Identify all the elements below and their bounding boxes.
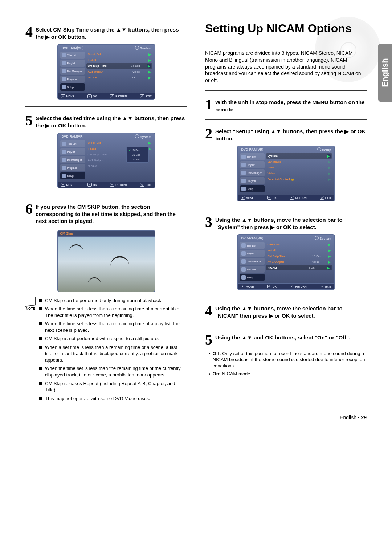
intro-paragraph: NICAM programs are divided into 3 types.… [205, 50, 367, 84]
bullet-icon [39, 397, 42, 400]
step-6: 6 If you press the CM SKIP button, the s… [25, 202, 187, 225]
osd-title-right: System [135, 46, 151, 50]
note-text: When the time set is less than a remaini… [45, 321, 187, 333]
language-tab: English [378, 44, 392, 102]
note-list: CM Skip can be performed only during nor… [39, 297, 187, 404]
step5-options: •Off: Only set at this position to recor… [209, 351, 367, 377]
bullet-icon [39, 346, 42, 349]
osd-menu: Clock Set▶ Install▶ CM Skip Time: 15 Sec… [86, 52, 152, 91]
language-tab-label: English [380, 58, 390, 87]
bullet-icon [39, 307, 42, 310]
gear-icon [135, 46, 139, 50]
bullet-icon [39, 382, 42, 385]
section-title: Setting Up NICAM Options [205, 22, 367, 35]
step-text: If you press the CM SKIP button, the sec… [36, 202, 187, 225]
playback-scene: CM Skip [57, 230, 155, 292]
bullet-icon [39, 337, 42, 340]
bird-icon [69, 244, 83, 251]
step-2: 2 Select "Setup" using ▲▼ buttons, then … [205, 126, 367, 142]
bird-icon [88, 277, 101, 283]
gear-icon [317, 147, 321, 151]
note-icon: NOTE [25, 297, 36, 404]
step-4: 4 Select CM Skip Time using the ▲▼ butto… [25, 25, 187, 40]
bullet-icon [39, 299, 42, 302]
step-5: 5 Select the desired time using the ▲▼ b… [25, 113, 187, 129]
scene-image [57, 236, 155, 292]
bullet-icon [39, 322, 42, 325]
osd-footer: ✦MOVE ⏎OK ↶RETURN ⊙EXIT [58, 93, 155, 99]
note-label: NOTE [26, 307, 35, 310]
step-number: 5 [25, 113, 33, 129]
right-column: Setting Up NICAM Options NICAM programs … [205, 22, 367, 404]
note-text: CM Skip is not performed with respect to… [45, 335, 159, 342]
left-column: 4 Select CM Skip Time using the ▲▼ butto… [25, 22, 187, 404]
bullet-icon [39, 367, 42, 370]
step-5-nicam: 5 Using the ▲▼ and OK buttons, select "O… [205, 333, 367, 347]
osd-screenshot-cmskip: DVD-RAM(VR) System Title List Playlist D… [57, 44, 155, 100]
step-3: 3 Using the ▲▼ buttons, move the selecti… [205, 215, 367, 231]
step-text: Select the desired time using the ▲▼ but… [36, 113, 187, 129]
step-number: 6 [25, 202, 33, 225]
gear-icon [135, 134, 139, 138]
osd-title-left: DVD-RAM(VR) [62, 46, 84, 50]
page-number: English - 29 [25, 415, 367, 420]
time-popup: ✓15 Sec 30 Sec 60 Sec [126, 147, 149, 163]
step-1: 1 With the unit in stop mode, press the … [205, 97, 367, 113]
note-text: This may not operate with some DVD-Video… [45, 395, 150, 402]
bird-icon [110, 256, 129, 264]
osd-screenshot-setup: DVD-RAM(VR) Setup Title List Playlist Di… [237, 146, 335, 201]
step-number: 4 [25, 25, 33, 40]
note-section: NOTE CM Skip can be performed only durin… [25, 297, 187, 404]
step-text: Select CM Skip Time using the ▲▼ buttons… [36, 25, 187, 40]
osd-screenshot-nicam: DVD-RAM(VR) System Title List Playlist D… [237, 234, 335, 290]
scene-header: CM Skip [57, 230, 155, 236]
note-text: CM Skip releases Repeat (including Repea… [45, 380, 187, 393]
note-text: When the time set is less than the remai… [45, 365, 187, 378]
gear-icon [315, 236, 319, 240]
osd-sidebar: Title List Playlist DiscManager Program … [60, 52, 85, 91]
note-text: When the time set is less than a remaini… [45, 306, 187, 318]
note-text: When a set time is less than a remaining… [45, 344, 187, 363]
note-text: CM Skip can be performed only during nor… [45, 297, 163, 304]
step-4-nicam: 4 Using the ▲▼ buttons, move the selecti… [205, 304, 367, 319]
osd-screenshot-time-select: DVD-RAM(VR) System Title List Playlist D… [57, 133, 155, 188]
